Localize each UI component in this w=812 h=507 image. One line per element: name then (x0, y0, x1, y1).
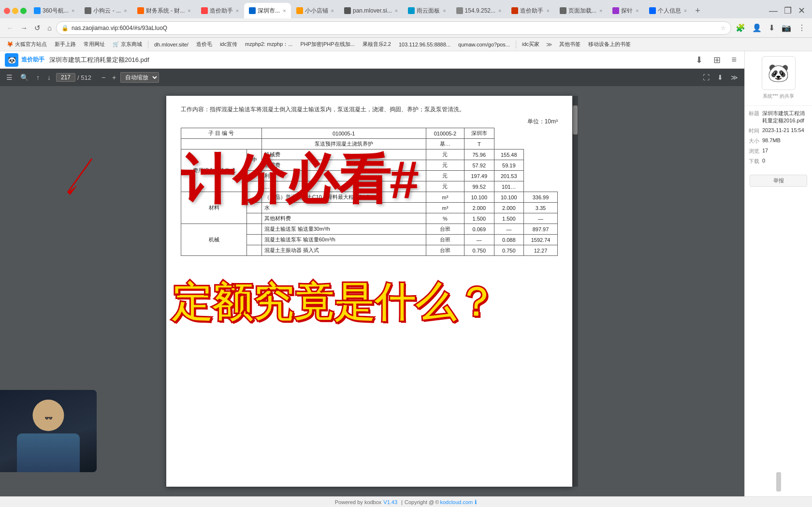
unit-tbj-1: 台班 (426, 224, 464, 235)
scrollbar-thumb[interactable] (573, 105, 578, 134)
pdf-download-btn[interactable]: ⬇ (715, 72, 725, 83)
tab-shenzhen[interactable]: 深圳市... × (244, 3, 290, 18)
tab-favicon-shop (296, 7, 303, 14)
win-min[interactable] (12, 8, 18, 14)
win-max[interactable] (20, 8, 27, 14)
val1-machinery: 75.96 (464, 149, 494, 160)
bookmark-mobile[interactable]: 移动设备上的书签 (585, 40, 634, 49)
tab-page[interactable]: 页面加载... × (555, 3, 607, 18)
home-button[interactable]: ⌂ (45, 22, 54, 33)
close-btn[interactable]: ✕ (795, 5, 808, 16)
minimize-btn[interactable]: — (766, 6, 781, 16)
tab-helper2[interactable]: 造价助手 × (507, 3, 554, 18)
tab-close-360[interactable]: × (72, 8, 74, 14)
bookmark-newbie[interactable]: 新手上路 (52, 40, 79, 49)
bookmark-jd[interactable]: 🛒 京东商城 (110, 40, 145, 49)
tab-speed[interactable]: 154.9.252... × (451, 3, 507, 18)
bookmark-php[interactable]: PHP加密|PHP在线加... (297, 40, 357, 49)
forward-button[interactable]: → (18, 22, 30, 33)
tab-helper[interactable]: 造价助手 × (196, 3, 244, 18)
pdf-more-btn[interactable]: ≫ (728, 72, 740, 83)
settings-icon[interactable]: ⋮ (796, 22, 808, 34)
extensions-icon[interactable]: 🧩 (733, 22, 748, 34)
pdf-toolbar: ☰ 🔍 ↑ ↓ / 512 − + 自动缩放 ⛶ ⬇ ≫ (0, 69, 744, 86)
address-bar[interactable]: 🔒 nas.zaojiamao.vip:6004/#s/93aLIuoQ ☆ (56, 21, 731, 35)
new-tab-button[interactable]: + (692, 6, 703, 16)
win-close[interactable] (4, 8, 10, 14)
restore-btn[interactable]: ❐ (781, 5, 795, 16)
bookmark-mzphp[interactable]: mzphp2: mzphp：... (242, 40, 295, 49)
tab-360[interactable]: 360号航... × (29, 3, 79, 18)
tab-finance[interactable]: 财务系统 - 财... × (132, 3, 196, 18)
version-text: V1.43 (383, 499, 397, 505)
bookmark-foxfire[interactable]: 🦊 火狐官方站点 (4, 40, 50, 49)
right-sidebar: 🐼 系统*** 的共享 标题 深圳市建筑工程消耗量定额2016.pdf 时间 2… (744, 51, 812, 496)
tab-favicon-page (560, 7, 566, 14)
tab-close-cloud[interactable]: × (443, 8, 446, 14)
more-bookmarks-icon[interactable]: ≫ (544, 41, 554, 48)
bookmark-qumaw[interactable]: qumaw.com/go?pos... (455, 41, 513, 48)
bookmark-idc[interactable]: idc宣传 (217, 40, 240, 49)
header-download-icon[interactable]: ⬇ (693, 55, 706, 65)
back-button[interactable]: ← (4, 22, 16, 33)
tab-close-shop[interactable]: × (331, 8, 334, 14)
bookmark-common-label: 常用网址 (84, 41, 105, 48)
report-button[interactable]: 举报 (750, 175, 807, 187)
bookmark-zjm[interactable]: 造价毛 (193, 40, 215, 49)
pdf-sidebar-toggle[interactable]: ☰ (4, 72, 15, 83)
header-menu-icon[interactable]: ≡ (728, 55, 740, 65)
person-glasses: 👓 (44, 414, 53, 422)
tab-close-helper2[interactable]: × (546, 8, 549, 14)
download-icon[interactable]: ⬇ (766, 22, 777, 34)
tab-info[interactable]: 个人信息 × (644, 3, 692, 18)
sidebar-views-label: 浏览 (749, 148, 762, 155)
bookmark-music[interactable]: 果核音乐2.2 (360, 40, 394, 49)
sidebar-size-row: 大小 98.7MB (749, 137, 808, 145)
tab-close-shenzhen[interactable]: × (283, 8, 286, 14)
pdf-page-input[interactable] (56, 73, 75, 82)
tab-close-speed[interactable]: × (498, 8, 501, 14)
bookmark-jd-icon: 🛒 (113, 41, 119, 47)
tab-explore[interactable]: 探针 × (608, 3, 643, 18)
tab-close-finance[interactable]: × (188, 8, 190, 14)
bookmark-idc-buyer[interactable]: idc买家 (519, 40, 542, 49)
tab-close-page[interactable]: × (599, 8, 602, 14)
pdf-fullscreen[interactable]: ⛶ (700, 72, 712, 83)
pdf-scrollbar[interactable] (572, 96, 578, 487)
pdf-next-page[interactable]: ↓ (45, 72, 53, 83)
bookmark-star-icon[interactable]: ☆ (721, 25, 726, 31)
sidebar-file-info: 标题 深圳市建筑工程消耗量定额2016.pdf 时间 2023-11-21 15… (745, 105, 812, 172)
company-link[interactable]: kodcloud.com (440, 499, 473, 505)
tab-favicon-speed (456, 7, 463, 14)
tab-close-dog[interactable]: × (124, 8, 127, 14)
tab-label-dog: 小狗云 - ... (93, 7, 121, 15)
bookmark-server[interactable]: 103.112.96.55:8888... (396, 41, 453, 48)
account-icon[interactable]: 👤 (750, 22, 764, 34)
tab-dog[interactable]: 小狗云 - ... × (80, 3, 131, 18)
bookmark-others[interactable]: 其他书签 (556, 40, 583, 49)
pdf-prev-page[interactable]: ↑ (34, 72, 42, 83)
pdf-zoom-in[interactable]: + (110, 72, 118, 83)
overlay-text-1: 计价必看# (181, 144, 418, 216)
bookmark-dh-label: dh.mlover.site/ (154, 42, 188, 47)
bookmark-common[interactable]: 常用网址 (81, 40, 108, 49)
pdf-content[interactable]: 计价必看# 定额究竟是什么？ 工作内容：指挥混凝土输送车将混凝土倒入混凝土输送泵… (0, 86, 744, 496)
tab-shop[interactable]: 小小店铺 × (291, 3, 339, 18)
tab-close-explore[interactable]: × (636, 8, 638, 14)
sidebar-scrollbar[interactable] (776, 472, 781, 492)
tab-close-info[interactable]: × (684, 8, 687, 14)
pdf-zoom-select[interactable]: 自动缩放 (120, 72, 159, 83)
info-icon[interactable]: ℹ (475, 499, 477, 506)
pdf-zoom-out[interactable]: − (99, 72, 108, 83)
bookmark-dh[interactable]: dh.mlover.site/ (151, 41, 191, 48)
powered-by-text: Powered by kodbox (335, 499, 382, 505)
unit-m3-2: m³ (426, 203, 464, 213)
tab-pan[interactable]: pan.mlover.si... × (339, 3, 403, 18)
header-grid-icon[interactable]: ⊞ (710, 55, 724, 65)
tab-close-helper[interactable]: × (236, 8, 239, 14)
pdf-search-button[interactable]: 🔍 (18, 72, 31, 83)
screenshot-icon[interactable]: 📷 (779, 22, 794, 34)
tab-close-pan[interactable]: × (395, 8, 398, 14)
reload-button[interactable]: ↺ (32, 22, 43, 34)
tab-cloud[interactable]: 雨云面板 × (403, 3, 450, 18)
